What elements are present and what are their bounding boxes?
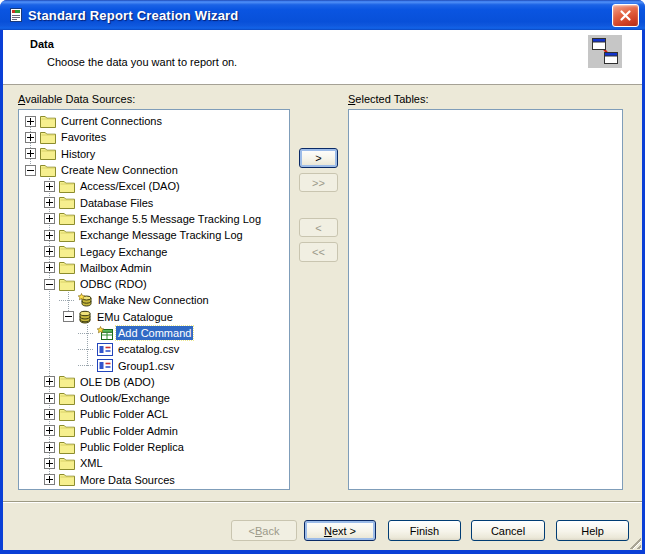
tree-item-label: Public Folder Admin: [78, 424, 180, 438]
tree-item-label: Favorites: [59, 130, 108, 144]
db-icon: [78, 310, 92, 324]
tree-item[interactable]: Legacy Exchange: [19, 243, 289, 259]
tree-item[interactable]: Access/Excel (DAO): [19, 178, 289, 194]
tree-item[interactable]: ecatalog.csv: [19, 341, 289, 357]
expander-minus-icon[interactable]: [44, 279, 55, 290]
expander-plus-icon[interactable]: [44, 262, 55, 273]
tree-item-label: Legacy Exchange: [78, 245, 169, 259]
folder-icon: [59, 245, 75, 258]
tree-item-label: Public Folder ACL: [78, 407, 170, 421]
available-data-sources-tree[interactable]: Current ConnectionsFavoritesHistoryCreat…: [18, 109, 290, 490]
db-new-icon: [78, 293, 93, 307]
move-left-button[interactable]: <: [299, 218, 338, 237]
folder-icon: [59, 196, 75, 209]
expander-plus-icon[interactable]: [44, 246, 55, 257]
expander-plus-icon[interactable]: [25, 148, 36, 159]
tree-connector: [82, 360, 93, 371]
tree-item-label: Create New Connection: [59, 163, 180, 177]
folder-icon: [59, 441, 75, 454]
dialog-body: Data Choose the data you want to report …: [3, 30, 642, 550]
tree-connector: [82, 328, 93, 339]
selected-tables-label: Selected Tables:: [348, 93, 429, 105]
tree-item[interactable]: Add Command: [19, 325, 289, 341]
folder-icon: [59, 375, 75, 388]
separator: [3, 501, 642, 502]
move-all-right-button[interactable]: >>: [299, 173, 338, 192]
tree-item[interactable]: EMu Catalogue: [19, 309, 289, 325]
window-title: Standard Report Creation Wizard: [28, 8, 612, 23]
move-buttons: >>><<<: [299, 148, 338, 262]
folder-icon: [59, 180, 75, 193]
help-button[interactable]: Help: [556, 520, 629, 541]
tree-item[interactable]: History: [19, 146, 289, 162]
tree-item-label: Exchange Message Tracking Log: [78, 228, 245, 242]
next-button[interactable]: Next >: [304, 520, 376, 541]
tree-item-label: XML: [78, 456, 105, 470]
command-new-icon: [97, 326, 113, 340]
tree-item[interactable]: Exchange 5.5 Message Tracking Log: [19, 211, 289, 227]
tree-item[interactable]: Current Connections: [19, 113, 289, 129]
expander-minus-icon[interactable]: [25, 165, 36, 176]
selected-tables-list[interactable]: [348, 109, 623, 490]
folder-icon: [40, 131, 56, 144]
tree-item[interactable]: XML: [19, 455, 289, 471]
expander-plus-icon[interactable]: [44, 458, 55, 469]
tree-item-label: More Data Sources: [78, 473, 177, 487]
tree-item-label: History: [59, 147, 97, 161]
expander-plus-icon[interactable]: [44, 181, 55, 192]
footer-buttons: < BackNext >FinishCancelHelp: [3, 520, 642, 542]
finish-button[interactable]: Finish: [388, 520, 461, 541]
tree-item[interactable]: Create New Connection: [19, 162, 289, 178]
page-subtitle: Choose the data you want to report on.: [47, 56, 237, 68]
tree-item-label: Make New Connection: [96, 293, 211, 307]
expander-plus-icon[interactable]: [25, 116, 36, 127]
expander-plus-icon[interactable]: [44, 425, 55, 436]
expander-plus-icon[interactable]: [44, 197, 55, 208]
tree-item[interactable]: Mailbox Admin: [19, 260, 289, 276]
tree-item-label: Mailbox Admin: [78, 261, 154, 275]
tree-item[interactable]: Public Folder Replica: [19, 439, 289, 455]
close-button[interactable]: [612, 4, 639, 27]
title-bar[interactable]: Standard Report Creation Wizard: [0, 0, 645, 30]
expander-plus-icon[interactable]: [44, 230, 55, 241]
tree-item-label: Add Command: [116, 326, 193, 340]
tree-rows: Current ConnectionsFavoritesHistoryCreat…: [19, 110, 289, 488]
close-icon: [619, 9, 632, 22]
tree-item-label: Database Files: [78, 196, 155, 210]
tree-item[interactable]: Outlook/Exchange: [19, 390, 289, 406]
tree-connector: [82, 344, 93, 355]
folder-icon: [59, 473, 75, 486]
tree-item-label: Exchange 5.5 Message Tracking Log: [78, 212, 263, 226]
back-button[interactable]: < Back: [231, 520, 297, 541]
tree-item[interactable]: ODBC (RDO): [19, 276, 289, 292]
tree-item[interactable]: Public Folder ACL: [19, 406, 289, 422]
expander-plus-icon[interactable]: [44, 213, 55, 224]
table-icon: [97, 359, 113, 372]
tree-item-label: Outlook/Exchange: [78, 391, 172, 405]
tree-item-label: Current Connections: [59, 114, 164, 128]
move-right-button[interactable]: >: [299, 148, 338, 168]
tree-item[interactable]: More Data Sources: [19, 472, 289, 488]
tree-item[interactable]: Public Folder Admin: [19, 423, 289, 439]
expander-plus-icon[interactable]: [25, 132, 36, 143]
folder-icon: [59, 278, 75, 291]
expander-plus-icon[interactable]: [44, 442, 55, 453]
expander-plus-icon[interactable]: [44, 474, 55, 485]
folder-icon: [59, 261, 75, 274]
expander-minus-icon[interactable]: [63, 311, 74, 322]
cancel-button[interactable]: Cancel: [471, 520, 545, 541]
folder-icon: [40, 115, 56, 128]
expander-plus-icon[interactable]: [44, 409, 55, 420]
tree-item[interactable]: Group1.csv: [19, 357, 289, 373]
expander-plus-icon[interactable]: [44, 393, 55, 404]
tree-item[interactable]: Make New Connection: [19, 292, 289, 308]
tree-item[interactable]: Database Files: [19, 194, 289, 210]
tree-item[interactable]: OLE DB (ADO): [19, 374, 289, 390]
expander-plus-icon[interactable]: [44, 376, 55, 387]
tree-item-label: Group1.csv: [116, 359, 176, 373]
page-title: Data: [30, 38, 54, 50]
move-all-left-button[interactable]: <<: [299, 242, 338, 262]
tree-item[interactable]: Favorites: [19, 129, 289, 145]
available-data-sources-label: Available Data Sources:: [18, 93, 135, 105]
tree-item[interactable]: Exchange Message Tracking Log: [19, 227, 289, 243]
